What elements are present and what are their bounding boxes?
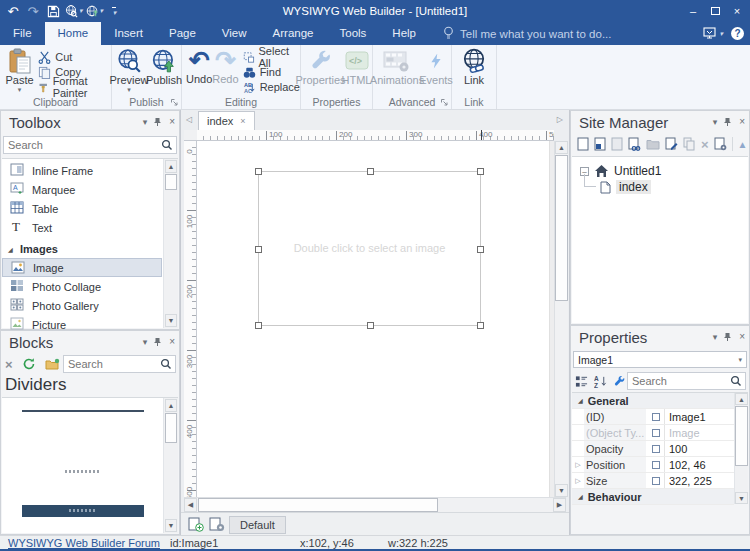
new-html-page-icon[interactable] bbox=[594, 137, 606, 151]
sort-alphabetical-icon[interactable]: A Z bbox=[594, 375, 607, 388]
object-selector-combobox[interactable]: Image1 ▾ bbox=[573, 351, 747, 368]
toolbox-item-text[interactable]: T Text bbox=[2, 218, 162, 237]
scroll-up-button[interactable]: ▲ bbox=[165, 160, 177, 173]
properties-search-input[interactable] bbox=[628, 375, 730, 387]
panel-menu-icon[interactable]: ▾ bbox=[713, 117, 718, 127]
canvas-hscrollbar[interactable]: ◀ ▶ bbox=[184, 497, 566, 512]
tab-scroll-right-icon[interactable]: ▷ bbox=[557, 115, 563, 124]
minimize-button[interactable]: – bbox=[682, 1, 704, 21]
pin-icon[interactable] bbox=[154, 117, 162, 127]
delete-page-icon[interactable]: × bbox=[701, 138, 709, 151]
tab-insert[interactable]: Insert bbox=[101, 22, 156, 45]
property-value[interactable]: 102, 46 bbox=[664, 457, 734, 472]
add-page-icon[interactable] bbox=[188, 517, 204, 532]
scroll-up-button[interactable]: ▲ bbox=[165, 399, 177, 412]
property-section-behaviour[interactable]: ◢ Behaviour bbox=[572, 489, 734, 505]
expand-row-icon[interactable]: ▷ bbox=[572, 461, 584, 469]
scrollbar-thumb[interactable] bbox=[735, 406, 748, 466]
qat-preview-button[interactable]: ▾ bbox=[64, 2, 83, 20]
panel-close-icon[interactable]: × bbox=[739, 116, 745, 127]
toolbox-item-photo-collage[interactable]: Photo Collage bbox=[2, 277, 162, 296]
toolbox-item-inline-frame[interactable]: Inline Frame bbox=[2, 161, 162, 180]
page-properties-icon[interactable] bbox=[714, 137, 727, 151]
property-value[interactable]: 322, 225 bbox=[664, 473, 734, 488]
dialog-launcher-icon[interactable] bbox=[170, 98, 179, 107]
redo-button[interactable]: ↷ Redo bbox=[212, 47, 238, 85]
property-section-general[interactable]: ◢ General bbox=[572, 393, 734, 409]
html-button[interactable]: </> HTML bbox=[342, 47, 372, 86]
tab-home[interactable]: Home bbox=[45, 22, 102, 45]
publish-button[interactable]: Publish bbox=[148, 47, 181, 86]
tab-close-icon[interactable]: × bbox=[240, 116, 245, 126]
qat-redo-button[interactable]: ↷ bbox=[24, 2, 42, 20]
property-value[interactable]: 100 bbox=[664, 441, 734, 456]
qat-save-button[interactable] bbox=[44, 2, 62, 20]
page-canvas[interactable]: Double click to select an image bbox=[197, 141, 554, 497]
blocks-search[interactable] bbox=[63, 355, 176, 373]
toolbox-search[interactable] bbox=[3, 136, 177, 154]
replace-button[interactable]: AB AC Replace bbox=[243, 80, 300, 94]
ribbon-display-options-button[interactable]: ▾ bbox=[703, 27, 723, 40]
scroll-left-button[interactable]: ◀ bbox=[184, 498, 197, 512]
edit-page-icon[interactable] bbox=[665, 137, 678, 151]
scrollbar-thumb[interactable] bbox=[198, 498, 438, 512]
find-button[interactable]: Find bbox=[243, 65, 300, 79]
property-value[interactable]: Image1 bbox=[664, 409, 734, 424]
pin-icon[interactable] bbox=[724, 332, 732, 342]
blocks-search-input[interactable] bbox=[64, 358, 160, 370]
select-all-button[interactable]: Select All bbox=[243, 50, 300, 64]
qat-publish-button[interactable]: ▾ bbox=[85, 2, 104, 20]
dialog-launcher-icon[interactable] bbox=[440, 98, 449, 107]
scroll-up-button[interactable]: ▲ bbox=[735, 393, 748, 405]
qat-customize-button[interactable]: ▾ bbox=[105, 2, 123, 20]
refresh-icon[interactable] bbox=[22, 357, 36, 371]
panel-close-icon[interactable]: × bbox=[169, 336, 175, 347]
tab-scroll-left-icon[interactable]: ◁ bbox=[186, 115, 192, 124]
maximize-button[interactable] bbox=[704, 1, 726, 21]
qat-undo-button[interactable]: ↶ bbox=[4, 2, 22, 20]
open-folder-icon[interactable] bbox=[45, 358, 60, 371]
manage-pages-icon[interactable] bbox=[209, 517, 225, 532]
divider-preview-bar[interactable] bbox=[22, 505, 144, 517]
link-button[interactable]: Link bbox=[456, 47, 492, 86]
blocks-scrollbar[interactable]: ▲ ▼ bbox=[163, 398, 178, 533]
scrollbar-thumb[interactable] bbox=[165, 413, 177, 443]
property-grid-scrollbar[interactable]: ▲ ▼ bbox=[734, 393, 748, 504]
toolbox-section-images[interactable]: ◢ Images bbox=[2, 239, 162, 258]
resize-handle-nw[interactable] bbox=[255, 168, 262, 175]
view-tab-default[interactable]: Default bbox=[229, 516, 286, 534]
pin-icon[interactable] bbox=[154, 337, 162, 347]
tab-view[interactable]: View bbox=[209, 22, 260, 45]
divider-preview-text[interactable] bbox=[22, 470, 144, 474]
tell-me-box[interactable]: Tell me what you want to do... bbox=[443, 22, 612, 45]
property-row-id[interactable]: (ID) Image1 bbox=[572, 409, 734, 425]
property-row-object-type[interactable]: (Object Ty... Image bbox=[572, 425, 734, 441]
resize-handle-ne[interactable] bbox=[477, 168, 484, 175]
help-button[interactable]: ? bbox=[731, 27, 744, 40]
forum-link[interactable]: WYSIWYG Web Builder Forum bbox=[8, 536, 160, 550]
toolbox-item-table[interactable]: Table bbox=[2, 199, 162, 218]
paste-button[interactable]: Paste ▾ bbox=[5, 47, 34, 93]
format-painter-button[interactable]: Format Painter bbox=[38, 80, 111, 94]
cut-button[interactable]: Cut bbox=[38, 50, 111, 64]
animations-button[interactable]: Animations bbox=[374, 47, 420, 86]
resize-handle-s[interactable] bbox=[367, 322, 374, 329]
resize-handle-sw[interactable] bbox=[255, 322, 262, 329]
site-tree-root[interactable]: – Untitled1 bbox=[580, 164, 661, 178]
pin-icon[interactable] bbox=[724, 117, 732, 127]
scrollbar-thumb[interactable] bbox=[165, 174, 177, 190]
resize-handle-n[interactable] bbox=[367, 168, 374, 175]
tab-tools[interactable]: Tools bbox=[326, 22, 379, 45]
properties-button[interactable]: Properties bbox=[302, 47, 340, 86]
property-row-position[interactable]: ▷ Position 102, 46 bbox=[572, 457, 734, 473]
scroll-right-button[interactable]: ▶ bbox=[553, 498, 566, 512]
tab-page[interactable]: Page bbox=[156, 22, 209, 45]
new-page-icon[interactable] bbox=[577, 137, 589, 151]
categorized-view-icon[interactable] bbox=[575, 375, 588, 388]
move-up-icon[interactable]: ▲ bbox=[738, 139, 748, 150]
toolbox-item-photo-gallery[interactable]: Photo Gallery bbox=[2, 296, 162, 315]
scroll-up-button[interactable]: ▲ bbox=[555, 141, 568, 154]
scroll-down-button[interactable]: ▼ bbox=[165, 314, 177, 327]
panel-menu-icon[interactable]: ▾ bbox=[143, 117, 148, 127]
divider-preview-line[interactable] bbox=[22, 410, 144, 412]
